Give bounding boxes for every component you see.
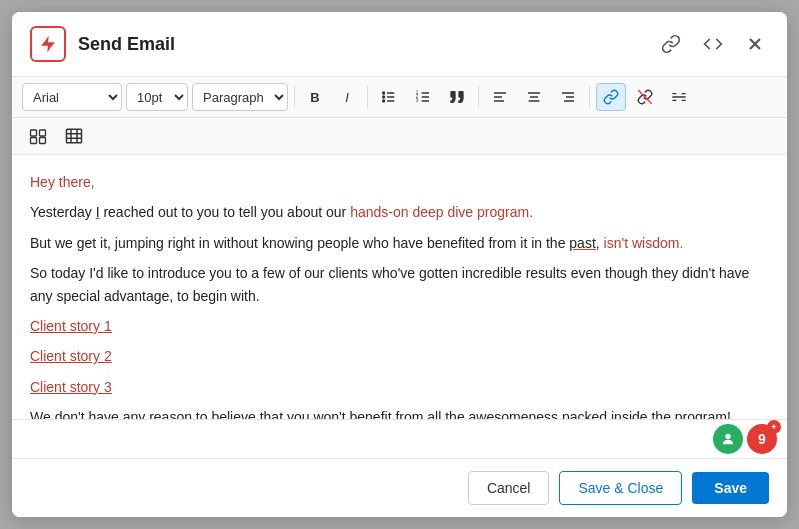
svg-rect-34 bbox=[67, 129, 82, 143]
align-right-icon bbox=[560, 89, 576, 105]
horizontal-rule-button[interactable] bbox=[664, 83, 694, 111]
toolbar-divider-4 bbox=[589, 86, 590, 108]
avatar-red: 9 + bbox=[747, 424, 777, 454]
close-button[interactable] bbox=[741, 30, 769, 58]
toolbar-divider-1 bbox=[294, 86, 295, 108]
toolbar-divider-3 bbox=[478, 86, 479, 108]
special-char-button[interactable] bbox=[22, 122, 54, 150]
link-button[interactable] bbox=[657, 30, 685, 58]
header-actions bbox=[657, 30, 769, 58]
align-left-icon bbox=[492, 89, 508, 105]
toolbar-row2 bbox=[12, 118, 787, 155]
modal-title: Send Email bbox=[78, 34, 657, 55]
editor-line-1: Hey there, bbox=[30, 171, 769, 193]
editor-line-4: So today I'd like to introduce you to a … bbox=[30, 262, 769, 307]
special-char-icon bbox=[29, 127, 47, 145]
svg-point-8 bbox=[383, 100, 385, 102]
svg-rect-30 bbox=[31, 130, 37, 136]
paragraph-select[interactable]: Paragraph Heading 1 Heading 2 Heading 3 bbox=[192, 83, 288, 111]
font-family-select[interactable]: Arial Times New Roman Courier New Verdan… bbox=[22, 83, 122, 111]
table-button[interactable] bbox=[58, 122, 90, 150]
modal-overlay: Send Email bbox=[0, 0, 799, 529]
link-icon bbox=[661, 34, 681, 54]
insert-link-icon bbox=[603, 89, 619, 105]
align-right-button[interactable] bbox=[553, 83, 583, 111]
editor-line-last: We don't have any reason to believe that… bbox=[30, 406, 769, 420]
svg-point-6 bbox=[383, 92, 385, 94]
svg-marker-0 bbox=[41, 36, 54, 53]
svg-rect-31 bbox=[40, 130, 46, 136]
italic-button[interactable]: I bbox=[333, 83, 361, 111]
cancel-button[interactable]: Cancel bbox=[468, 471, 550, 505]
save-close-button[interactable]: Save & Close bbox=[559, 471, 682, 505]
align-center-button[interactable] bbox=[519, 83, 549, 111]
svg-point-7 bbox=[383, 96, 385, 98]
editor-client-story-3: Client story 3 bbox=[30, 376, 769, 398]
save-button[interactable]: Save bbox=[692, 472, 769, 504]
modal-header: Send Email bbox=[12, 12, 787, 77]
align-left-button[interactable] bbox=[485, 83, 515, 111]
list-ol-icon: 1 2 3 bbox=[415, 89, 431, 105]
svg-point-39 bbox=[725, 434, 730, 439]
bold-button[interactable]: B bbox=[301, 83, 329, 111]
toolbar-divider-2 bbox=[367, 86, 368, 108]
editor-client-story-2: Client story 2 bbox=[30, 345, 769, 367]
remove-link-icon bbox=[637, 89, 653, 105]
list-ul-icon bbox=[381, 89, 397, 105]
horizontal-rule-icon bbox=[671, 89, 687, 105]
svg-rect-32 bbox=[31, 138, 37, 144]
table-icon bbox=[65, 127, 83, 145]
code-button[interactable] bbox=[699, 30, 727, 58]
app-icon bbox=[30, 26, 66, 62]
avatar-badge: + bbox=[767, 420, 781, 434]
ordered-list-button[interactable]: 1 2 3 bbox=[408, 83, 438, 111]
email-editor[interactable]: Hey there, Yesterday I reached out to yo… bbox=[12, 155, 787, 420]
lightning-icon bbox=[38, 34, 58, 54]
svg-rect-33 bbox=[40, 138, 46, 144]
editor-footer: 9 + bbox=[12, 420, 787, 459]
close-icon bbox=[745, 34, 765, 54]
avatar-green bbox=[713, 424, 743, 454]
blockquote-button[interactable] bbox=[442, 83, 472, 111]
blockquote-icon bbox=[449, 89, 465, 105]
align-center-icon bbox=[526, 89, 542, 105]
svg-text:3: 3 bbox=[416, 98, 419, 103]
editor-line-2: Yesterday I reached out to you to tell y… bbox=[30, 201, 769, 223]
modal-footer: Cancel Save & Close Save bbox=[12, 459, 787, 517]
remove-link-button[interactable] bbox=[630, 83, 660, 111]
font-size-select[interactable]: 8pt 9pt 10pt 11pt 12pt 14pt bbox=[126, 83, 188, 111]
avatar-icon-green bbox=[720, 431, 736, 447]
editor-line-3: But we get it, jumping right in without … bbox=[30, 232, 769, 254]
editor-client-story-1: Client story 1 bbox=[30, 315, 769, 337]
toolbar-row1: Arial Times New Roman Courier New Verdan… bbox=[12, 77, 787, 118]
send-email-modal: Send Email bbox=[12, 12, 787, 517]
unordered-list-button[interactable] bbox=[374, 83, 404, 111]
insert-link-button[interactable] bbox=[596, 83, 626, 111]
code-icon bbox=[703, 34, 723, 54]
